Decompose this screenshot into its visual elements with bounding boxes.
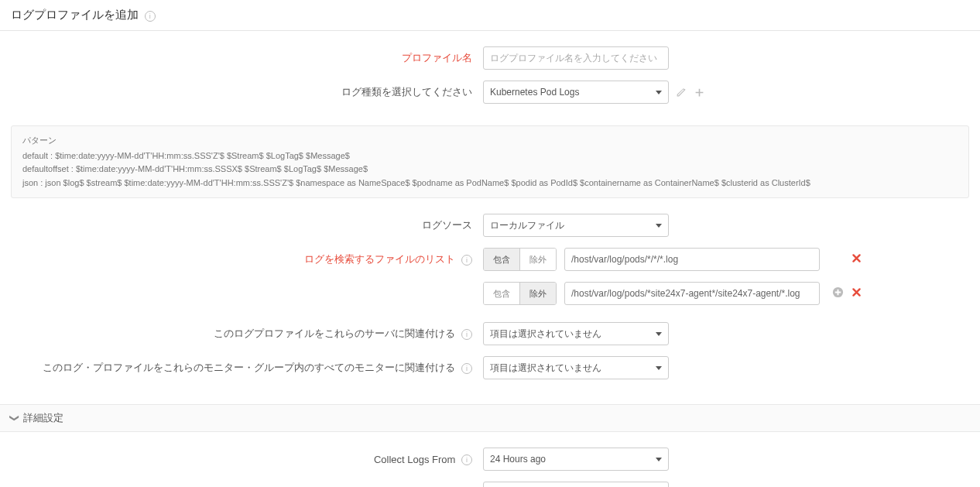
- caret-down-icon: [656, 366, 662, 370]
- pattern-title: パターン: [22, 134, 958, 148]
- pattern-box: パターン default : $time:date:yyyy-MM-dd'T'H…: [11, 125, 969, 198]
- advanced-section-header[interactable]: ❯ 詳細設定: [0, 404, 980, 432]
- include-button[interactable]: 包含: [484, 249, 519, 270]
- assoc-servers-select[interactable]: 項目は選択されていません: [483, 322, 669, 345]
- label-profile-name: プロファイル名: [11, 51, 483, 65]
- include-button[interactable]: 包含: [484, 283, 519, 304]
- log-source-select[interactable]: ローカルファイル: [483, 214, 669, 237]
- add-row-icon[interactable]: [832, 286, 844, 300]
- label-file-list: ログを検索するファイルのリスト: [304, 253, 455, 265]
- remove-row-icon[interactable]: [852, 253, 862, 266]
- label-collect-from: Collect Logs From: [374, 454, 455, 465]
- caret-down-icon: [656, 458, 662, 461]
- timezone-select[interactable]: (GMT 0:00) UTC: [483, 482, 669, 487]
- file-row: 包含 除外: [483, 282, 862, 305]
- collect-from-select[interactable]: 24 Hours ago: [483, 448, 669, 471]
- pattern-line: default : $time:date:yyyy-MM-dd'T'HH:mm:…: [22, 149, 958, 163]
- label-log-source: ログソース: [11, 218, 483, 232]
- pattern-line: defaultoffset : $time:date:yyyy-MM-dd'T'…: [22, 163, 958, 177]
- exclude-button[interactable]: 除外: [519, 249, 556, 270]
- include-exclude-toggle[interactable]: 包含 除外: [483, 248, 557, 271]
- profile-name-input[interactable]: [483, 46, 669, 70]
- log-type-value: Kubernetes Pod Logs: [490, 87, 579, 98]
- caret-down-icon: [656, 224, 662, 228]
- label-assoc-groups: このログ・プロファイルをこれらのモニター・グループ内のすべてのモニターに関連付け…: [43, 362, 455, 373]
- info-icon[interactable]: i: [461, 454, 472, 465]
- info-icon[interactable]: i: [461, 363, 472, 374]
- info-icon[interactable]: i: [145, 11, 156, 22]
- assoc-servers-value: 項目は選択されていません: [490, 328, 601, 341]
- plus-icon[interactable]: [692, 85, 706, 99]
- file-row: 包含 除外: [483, 248, 862, 271]
- label-assoc-servers: このログプロファイルをこれらのサーバに関連付ける: [214, 328, 455, 339]
- pattern-line: json : json $log$ $stream$ $time:date:yy…: [22, 177, 958, 190]
- pencil-icon[interactable]: [673, 85, 687, 99]
- remove-row-icon[interactable]: [852, 287, 862, 300]
- file-path-input[interactable]: [564, 248, 820, 271]
- collect-from-value: 24 Hours ago: [490, 454, 546, 465]
- label-log-type: ログ種類を選択してください: [11, 85, 483, 99]
- assoc-groups-select[interactable]: 項目は選択されていません: [483, 356, 669, 379]
- assoc-groups-value: 項目は選択されていません: [490, 362, 601, 375]
- caret-down-icon: [656, 91, 662, 94]
- log-type-select[interactable]: Kubernetes Pod Logs: [483, 81, 669, 104]
- chevron-down-icon: ❯: [9, 414, 20, 422]
- page-title: ログプロファイルを追加: [11, 8, 139, 22]
- file-path-input[interactable]: [564, 282, 820, 305]
- include-exclude-toggle[interactable]: 包含 除外: [483, 282, 557, 305]
- caret-down-icon: [656, 332, 662, 336]
- log-source-value: ローカルファイル: [490, 219, 564, 232]
- advanced-section-title: 詳細設定: [23, 411, 63, 425]
- info-icon[interactable]: i: [461, 255, 472, 266]
- info-icon[interactable]: i: [461, 329, 472, 340]
- exclude-button[interactable]: 除外: [519, 283, 556, 304]
